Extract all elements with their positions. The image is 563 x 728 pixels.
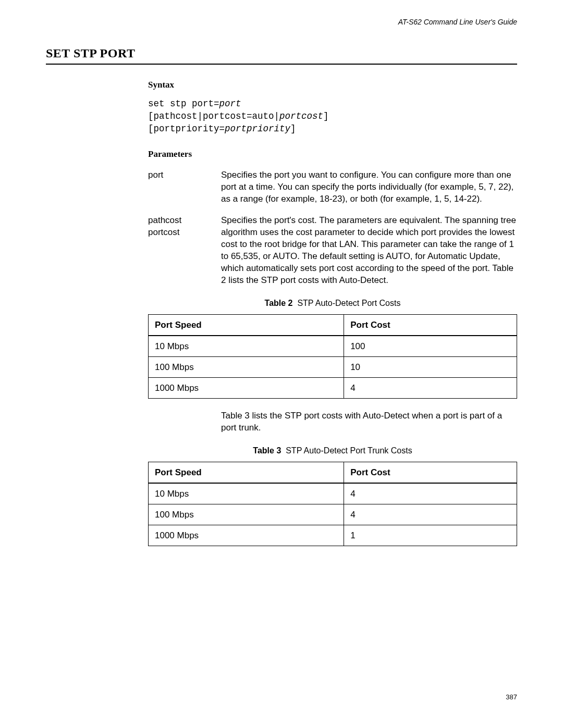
table-header-cell: Port Cost [344,462,517,483]
table-row: 100 Mbps 4 [149,504,517,525]
table-cell: 4 [344,483,517,504]
table-cell: 10 Mbps [149,483,344,504]
table-cell: 10 [344,356,517,377]
param-term: port [148,169,221,205]
table-header-row: Port Speed Port Cost [149,314,517,336]
table2-caption: Table 2 STP Auto-Detect Port Costs [148,298,517,309]
table-cell: 1000 Mbps [149,377,344,398]
section-title: SET STP PORT [46,45,517,65]
table-row: 1000 Mbps 4 [149,377,517,398]
table-cell: 10 Mbps [149,336,344,357]
page: AT-S62 Command Line User's Guide SET STP… [0,0,563,728]
table-header-cell: Port Cost [344,314,517,336]
table3-label: Table 3 [253,446,281,455]
table-cell: 100 [344,336,517,357]
table2: Port Speed Port Cost 10 Mbps 100 100 Mbp… [148,314,517,399]
between-tables-text: Table 3 lists the STP port costs with Au… [221,410,517,434]
table-row: 100 Mbps 10 [149,356,517,377]
param-row: port Specifies the port you want to conf… [148,169,517,205]
parameters-heading: Parameters [148,149,517,160]
table3: Port Speed Port Cost 10 Mbps 4 100 Mbps … [148,462,517,546]
table2-label: Table 2 [265,299,293,307]
table2-caption-text: STP Auto-Detect Port Costs [297,299,400,307]
table3-caption: Table 3 STP Auto-Detect Port Trunk Costs [148,446,517,456]
param-desc: Specifies the port's cost. The parameter… [221,215,517,287]
table-header-cell: Port Speed [149,314,344,336]
table-row: 10 Mbps 4 [149,483,517,504]
table-row: 1000 Mbps 1 [149,525,517,546]
syntax-block: set stp port=port [pathcost|portcost=aut… [148,98,517,135]
param-row: pathcost portcost Specifies the port's c… [148,215,517,287]
table-cell: 100 Mbps [149,356,344,377]
content-area: Syntax set stp port=port [pathcost|portc… [148,79,517,546]
table3-caption-text: STP Auto-Detect Port Trunk Costs [286,446,412,455]
table-cell: 1000 Mbps [149,525,344,546]
page-number: 387 [506,693,517,702]
table-cell: 1 [344,525,517,546]
syntax-heading: Syntax [148,79,517,91]
table-header-row: Port Speed Port Cost [149,462,517,483]
running-header: AT-S62 Command Line User's Guide [46,17,517,27]
table-cell: 4 [344,504,517,525]
param-term: pathcost portcost [148,215,221,287]
table-header-cell: Port Speed [149,462,344,483]
table-row: 10 Mbps 100 [149,336,517,357]
param-desc: Specifies the port you want to configure… [221,169,517,205]
table-cell: 100 Mbps [149,504,344,525]
table-cell: 4 [344,377,517,398]
